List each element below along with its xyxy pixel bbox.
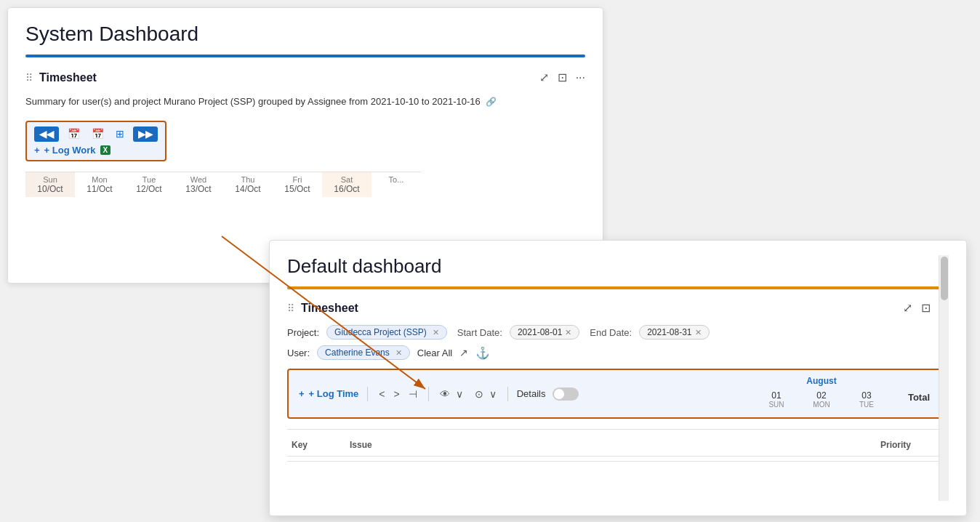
bg-calendar-header: Sun 10/Oct Mon 11/Oct Tue 12/Oct Wed 13/… [25,172,585,197]
user-filter-tag[interactable]: Catherine Evans ✕ [317,345,410,360]
cal-col-01: 01 SUN [755,388,798,411]
log-time-button[interactable]: + + Log Time [299,388,358,399]
start-date-close[interactable]: ✕ [565,328,571,337]
project-filter-close[interactable]: ✕ [433,328,439,337]
eye-chevron-button[interactable]: ∨ [454,387,465,401]
bg-toolbar-box: ◀◀ 📅 📅 ⊞ ▶▶ + + Log Work X [25,121,166,161]
fg-widget-title-row: ⠿ Timesheet [287,302,358,315]
cal-col-02: 02 MON [800,388,843,411]
orange-accent-bar [287,286,949,289]
table-header-row: Key Issue Priority [287,429,949,462]
end-date-filter-tag[interactable]: 2021-08-31 ✕ [639,325,709,340]
eye-group: 👁 ∨ [438,387,465,401]
bg-widget-title-row: ⠿ Timesheet [25,71,97,84]
cal-day-date-sun: 10/Oct [25,184,75,194]
fg-expand-icon[interactable]: ⤢ [903,301,912,315]
fg-toolbar-box: + + Log Time < > ⊣ 👁 ∨ ⊙ ∨ [287,369,949,419]
cal-day-mon: Mon 11/Oct [75,172,124,197]
cal-day-sat: Sat 16/Oct [322,172,371,197]
project-filter-value: Giudecca Project (SSP) [334,327,427,337]
cal-day-tue: Tue 12/Oct [124,172,174,197]
log-time-plus-icon: + [299,388,305,399]
th-key: Key [287,434,345,457]
calendar-icon: 📅 [68,128,80,140]
bg-toolbar-bottom: + + Log Work X [34,145,158,156]
next-next-button[interactable]: ▶▶ [133,127,158,142]
project-filter-label: Project: [287,327,319,338]
start-date-filter-tag[interactable]: 2021-08-01 ✕ [510,325,579,340]
expand-grid-icon-button[interactable]: ⊞ [113,127,127,141]
details-toggle[interactable] [553,388,579,401]
fg-frame-icon[interactable]: ⊡ [921,301,931,315]
month-label: August [755,376,888,386]
briefcase-icon-button[interactable]: 📅 [89,127,107,141]
toolbar-divider-1 [367,387,368,401]
bg-widget-title: Timesheet [39,71,97,84]
scrollbar[interactable] [939,255,949,501]
edit-link-icon[interactable]: 🔗 [486,97,497,107]
toolbar-divider-3 [507,387,508,401]
clock-chevron-button[interactable]: ∨ [487,387,499,401]
fg-drag-handle-icon: ⠿ [287,302,295,314]
clock-icon: ⊙ [475,388,483,400]
summary-text: Summary for user(s) and project Murano P… [25,95,585,109]
fg-widget-title: Timesheet [301,302,358,315]
end-date-value: 2021-08-31 [647,327,691,337]
filter-row-1: Project: Giudecca Project (SSP) ✕ Start … [287,325,949,340]
cal-day-sun: Sun 10/Oct [25,172,75,197]
cal-day-name-sun: Sun [25,175,75,184]
drag-handle-icon: ⠿ [25,72,33,84]
cal-day-wed: Wed 13/Oct [174,172,223,197]
toolbar-divider-2 [428,387,429,401]
expand-grid-icon: ⊞ [116,128,124,140]
details-label: Details [517,388,546,399]
next-nav-button[interactable]: > [392,387,402,401]
prev-nav-button[interactable]: < [377,387,387,401]
log-work-plus-icon: + [34,145,40,156]
open-in-new-icon[interactable]: ↗ [459,347,468,358]
scrollbar-thumb[interactable] [941,257,948,300]
total-header: Total [901,385,937,403]
clock-group: ⊙ ∨ [473,387,499,401]
bg-toolbar-top: ◀◀ 📅 📅 ⊞ ▶▶ [34,127,158,142]
cal-day-overflow: To... [371,172,421,197]
bg-widget-header: ⠿ Timesheet ⤢ ⊡ ··· [25,71,585,84]
user-filter-value: Catherine Evans [325,348,390,358]
blue-accent-bar [25,55,585,57]
cal-day-fri: Fri 15/Oct [273,172,322,197]
expand-icon[interactable]: ⤢ [539,71,549,84]
back-back-button[interactable]: ◀◀ [34,127,59,142]
end-nav-button[interactable]: ⊣ [406,387,419,401]
th-priority: Priority [876,434,949,457]
default-dashboard-card: Default dashboard ⠿ Timesheet ⤢ ⊡ ··· Pr… [269,240,967,516]
system-dashboard-title: System Dashboard [25,23,585,46]
eye-icon-button[interactable]: 👁 [438,387,452,401]
log-work-button[interactable]: + + Log Work [34,145,96,156]
cal-col-03: 03 TUE [846,388,888,411]
user-filter-close[interactable]: ✕ [395,348,402,358]
anchor-icon[interactable]: ⚓ [475,346,490,360]
clock-icon-button[interactable]: ⊙ [473,387,486,401]
cal-day-thu: Thu 14/Oct [223,172,273,197]
default-dashboard-title: Default dashboard [287,255,949,278]
nav-icons-group: < > ⊣ [377,387,419,401]
th-issue: Issue [345,434,876,457]
start-date-filter-label: Start Date: [457,327,502,338]
calendar-icon-button[interactable]: 📅 [65,127,83,141]
end-date-close[interactable]: ✕ [695,328,702,337]
end-date-filter-label: End Date: [590,327,632,338]
fg-widget-header: ⠿ Timesheet ⤢ ⊡ ··· [287,301,949,315]
project-filter-tag[interactable]: Giudecca Project (SSP) ✕ [326,325,447,340]
user-filter-label: User: [287,348,310,358]
frame-icon[interactable]: ⊡ [558,71,567,84]
calendar-month-group: August 01 SUN 02 MON 03 TUE [755,376,888,411]
calendar-day-cols: 01 SUN 02 MON 03 TUE [755,388,888,411]
eye-icon: 👁 [440,388,450,400]
start-date-value: 2021-08-01 [518,327,562,337]
excel-export-icon[interactable]: X [100,145,111,155]
more-icon[interactable]: ··· [576,71,585,84]
bg-widget-actions: ⤢ ⊡ ··· [539,71,585,84]
filter-row-2: User: Catherine Evans ✕ Clear All ↗ ⚓ [287,345,949,360]
total-label: Total [901,385,937,403]
clear-all-button[interactable]: Clear All [417,348,452,358]
